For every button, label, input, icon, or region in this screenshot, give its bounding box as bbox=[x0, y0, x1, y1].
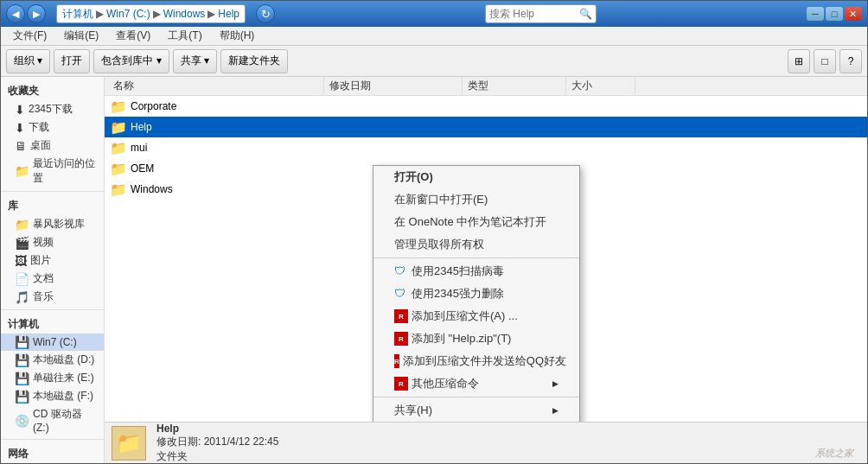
status-type: 文件夹 bbox=[156, 449, 278, 464]
nav-buttons: ◀ ▶ bbox=[6, 4, 46, 23]
rar-icon2: R bbox=[394, 332, 408, 346]
menu-file[interactable]: 文件(F) bbox=[6, 27, 54, 45]
sidebar-item-docs[interactable]: 📄 文档 bbox=[1, 270, 104, 288]
sidebar-label: Win7 (C:) bbox=[33, 336, 77, 348]
ctx-onenote[interactable]: 在 OneNote 中作为笔记本打开 bbox=[373, 211, 579, 233]
ctx-scan-2345[interactable]: 🛡 使用2345扫描病毒 bbox=[373, 260, 579, 283]
file-item-help[interactable]: 📁 Help bbox=[105, 117, 867, 137]
ctx-add-zip[interactable]: R 添加到 "Help.zip"(T) bbox=[373, 327, 579, 350]
open-button[interactable]: 打开 bbox=[54, 49, 90, 73]
sidebar-item-recent[interactable]: 📁 最近访问的位置 bbox=[1, 155, 104, 188]
drive-d-icon: 💾 bbox=[15, 353, 29, 367]
menu-help[interactable]: 帮助(H) bbox=[213, 27, 262, 45]
sidebar-item-music[interactable]: 🎵 音乐 bbox=[1, 288, 104, 306]
library-section: 库 📁 暴风影视库 🎬 视频 🖼 图片 📄 文档 bbox=[1, 195, 104, 306]
file-item-mui[interactable]: 📁 mui bbox=[105, 137, 867, 158]
file-name-mui: mui bbox=[131, 142, 341, 154]
menu-edit[interactable]: 编辑(E) bbox=[57, 27, 105, 45]
explorer-window: ◀ ▶ 计算机 ▶ Win7 (C:) ▶ Windows ▶ Help ↻ 🔍… bbox=[0, 0, 868, 464]
preview-button[interactable]: □ bbox=[814, 49, 836, 73]
favorites-section: 收藏夹 ⬇ 2345下载 ⬇ 下载 🖥 桌面 📁 最近访问的位置 bbox=[1, 80, 104, 188]
computer-section: 计算机 💾 Win7 (C:) 💾 本地磁盘 (D:) 💾 单磁往来 (E:) … bbox=[1, 314, 104, 435]
ctx-delete-2345[interactable]: 🛡 使用2345强力删除 bbox=[373, 283, 579, 305]
sidebar-label: 文档 bbox=[33, 271, 54, 286]
sidebar-divider-1 bbox=[1, 191, 104, 192]
music-icon: 🎵 bbox=[15, 290, 29, 304]
sidebar-item-desktop[interactable]: 🖥 桌面 bbox=[1, 137, 104, 155]
ctx-add-compress-qq[interactable]: R 添加到压缩文件并发送给QQ好友 bbox=[373, 350, 579, 372]
path-help[interactable]: Help bbox=[218, 8, 239, 20]
view-options-button[interactable]: ⊞ bbox=[788, 49, 810, 73]
sidebar-item-c-drive[interactable]: 💾 Win7 (C:) bbox=[1, 334, 104, 351]
sidebar-divider-3 bbox=[1, 439, 104, 440]
favorites-header: 收藏夹 bbox=[1, 80, 104, 100]
help-button[interactable]: ? bbox=[839, 49, 862, 73]
search-icon: 🔍 bbox=[579, 8, 592, 20]
folder-icon: 📁 bbox=[110, 99, 127, 115]
new-folder-button[interactable]: 新建文件夹 bbox=[220, 49, 288, 73]
shield-blue-icon2: 🛡 bbox=[394, 287, 408, 301]
organize-button[interactable]: 组织 ▾ bbox=[6, 49, 50, 73]
col-header-size[interactable]: 大小 bbox=[566, 77, 635, 95]
share-button[interactable]: 共享 ▾ bbox=[173, 49, 217, 73]
sidebar-item-e-drive[interactable]: 💾 单磁往来 (E:) bbox=[1, 369, 104, 387]
sidebar-item-z-drive[interactable]: 💿 CD 驱动器 (Z:) bbox=[1, 405, 104, 435]
path-computer[interactable]: 计算机 bbox=[62, 7, 93, 22]
ctx-add-compress-a[interactable]: R 添加到压缩文件(A) ... bbox=[373, 305, 579, 327]
status-modified-label: 修改日期: bbox=[156, 435, 201, 448]
back-button[interactable]: ◀ bbox=[6, 4, 25, 23]
sidebar-item-2345download[interactable]: ⬇ 2345下载 bbox=[1, 100, 104, 118]
maximize-button[interactable]: □ bbox=[826, 7, 843, 21]
video-icon: 🎬 bbox=[15, 236, 29, 250]
file-name-oem: OEM bbox=[131, 162, 341, 175]
sidebar-item-pictures[interactable]: 🖼 图片 bbox=[1, 251, 104, 270]
sidebar-item-f-drive[interactable]: 💾 本地磁盘 (F:) bbox=[1, 387, 104, 405]
address-bar[interactable]: 计算机 ▶ Win7 (C:) ▶ Windows ▶ Help bbox=[56, 4, 246, 23]
close-button[interactable]: ✕ bbox=[845, 7, 862, 21]
file-list-header: 名称 修改日期 类型 大小 bbox=[105, 77, 867, 96]
sidebar-label: 最近访问的位置 bbox=[33, 156, 97, 186]
sidebar-item-video-lib[interactable]: 📁 暴风影视库 bbox=[1, 215, 104, 233]
rar-icon: R bbox=[394, 309, 408, 323]
menu-view[interactable]: 查看(V) bbox=[109, 27, 157, 45]
file-item-corporate[interactable]: 📁 Corporate bbox=[105, 96, 867, 117]
forward-button[interactable]: ▶ bbox=[27, 4, 46, 23]
search-box[interactable]: 🔍 bbox=[485, 4, 597, 23]
include-library-button[interactable]: 包含到库中 ▾ bbox=[93, 49, 169, 73]
col-header-type[interactable]: 类型 bbox=[463, 77, 566, 95]
refresh-button[interactable]: ↻ bbox=[256, 4, 275, 23]
title-bar: ◀ ▶ 计算机 ▶ Win7 (C:) ▶ Windows ▶ Help ↻ 🔍… bbox=[1, 1, 867, 27]
col-header-date[interactable]: 修改日期 bbox=[324, 77, 463, 95]
sidebar-item-d-drive[interactable]: 💾 本地磁盘 (D:) bbox=[1, 351, 104, 369]
watermark: 系统之家 bbox=[815, 447, 853, 460]
folder-icon-help: 📁 bbox=[110, 119, 127, 136]
folder-icon-mui: 📁 bbox=[110, 140, 127, 156]
menu-bar: 文件(F) 编辑(E) 查看(V) 工具(T) 帮助(H) bbox=[1, 27, 867, 46]
file-area: 名称 修改日期 类型 大小 📁 Corporate 📁 Help 📁 mui bbox=[105, 77, 867, 463]
sidebar-divider-2 bbox=[1, 309, 104, 310]
recent-icon: 📁 bbox=[15, 164, 29, 178]
ctx-open-new-window[interactable]: 在新窗口中打开(E) bbox=[373, 188, 579, 211]
sidebar-label: 单磁往来 (E:) bbox=[33, 371, 94, 385]
col-header-name[interactable]: 名称 bbox=[108, 77, 324, 95]
sidebar-item-video[interactable]: 🎬 视频 bbox=[1, 233, 104, 251]
sidebar-label: 桌面 bbox=[30, 138, 51, 153]
menu-tools[interactable]: 工具(T) bbox=[161, 27, 208, 45]
status-text: Help 修改日期: 2011/4/12 22:45 文件夹 bbox=[156, 423, 278, 464]
file-name-windows: Windows bbox=[131, 183, 341, 195]
drive-f-icon: 💾 bbox=[15, 390, 29, 404]
context-menu: 打开(O) 在新窗口中打开(E) 在 OneNote 中作为笔记本打开 管理员取… bbox=[373, 165, 580, 422]
sidebar-label: CD 驱动器 (Z:) bbox=[33, 407, 97, 434]
minimize-button[interactable]: ─ bbox=[807, 7, 824, 21]
sidebar-item-download[interactable]: ⬇ 下载 bbox=[1, 118, 104, 137]
ctx-open[interactable]: 打开(O) bbox=[373, 166, 579, 188]
ctx-more-compress[interactable]: R 其他压缩命令 bbox=[373, 372, 579, 395]
ctx-admin[interactable]: 管理员取得所有权 bbox=[373, 233, 579, 256]
ctx-share[interactable]: 共享(H) bbox=[373, 399, 579, 422]
sidebar-label: 暴风影视库 bbox=[33, 217, 85, 232]
status-modified: 修改日期: 2011/4/12 22:45 bbox=[156, 435, 278, 449]
path-windows[interactable]: Windows bbox=[163, 8, 206, 20]
path-drive[interactable]: Win7 (C:) bbox=[106, 8, 150, 20]
drive-e-icon: 💾 bbox=[15, 372, 29, 385]
search-input[interactable] bbox=[489, 8, 576, 20]
